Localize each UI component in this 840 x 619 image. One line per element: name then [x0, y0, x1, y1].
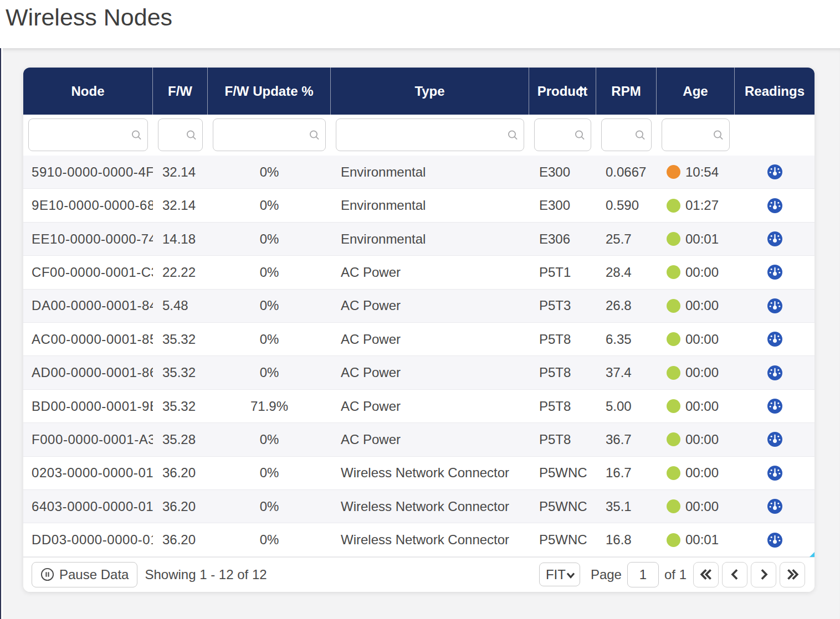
readings-gauge-button[interactable] — [767, 432, 782, 447]
cell-type: Environmental — [331, 189, 529, 221]
cell-fw-update: 0% — [208, 457, 331, 489]
gauge-icon — [767, 466, 782, 481]
pause-data-button[interactable]: Pause Data — [32, 562, 137, 587]
cell-node: AD00-0000-0001-86 — [23, 356, 153, 389]
filter-input-fw[interactable] — [158, 118, 203, 151]
table-row[interactable]: DA00-0000-0001-84 5.48 0% AC Power P5T3 … — [23, 290, 815, 323]
column-header-fw-update-pct[interactable]: F/W Update % — [208, 68, 331, 115]
first-page-icon — [699, 567, 714, 582]
cell-age: 00:00 — [657, 390, 735, 422]
readings-gauge-button[interactable] — [767, 332, 782, 347]
cell-fw: 22.22 — [153, 256, 208, 288]
sort-ascending-icon — [575, 85, 587, 97]
column-header-product[interactable]: Product — [529, 68, 596, 115]
cell-type: AC Power — [331, 290, 529, 322]
page-title: Wireless Nodes — [6, 4, 172, 31]
cell-type: Environmental — [331, 156, 529, 188]
cell-fw: 35.28 — [153, 423, 208, 456]
table-row[interactable]: AC00-0000-0001-85 35.32 0% AC Power P5T8… — [23, 323, 815, 356]
cell-rpm: 26.8 — [596, 290, 657, 322]
table-row[interactable]: CF00-0000-0001-C3 22.22 0% AC Power P5T1… — [23, 256, 815, 289]
column-header-label: Node — [71, 84, 105, 99]
cell-product: P5T3 — [529, 290, 596, 322]
readings-gauge-button[interactable] — [767, 164, 782, 179]
readings-gauge-button[interactable] — [767, 298, 782, 313]
filter-input-rpm[interactable] — [601, 118, 652, 151]
column-header-fw[interactable]: F/W — [153, 68, 208, 115]
cell-fw-update: 0% — [208, 523, 331, 556]
cell-fw-update: 0% — [208, 490, 331, 523]
page-size-select[interactable]: FIT — [539, 563, 580, 586]
table-filter-row — [23, 115, 815, 156]
readings-gauge-button[interactable] — [767, 499, 782, 514]
cell-fw: 35.32 — [153, 390, 208, 422]
column-header-type[interactable]: Type — [331, 68, 529, 115]
table-row[interactable]: F000-0000-0001-A3 35.28 0% AC Power P5T8… — [23, 423, 815, 456]
cell-age: 10:54 — [657, 156, 735, 188]
column-header-rpm[interactable]: RPM — [596, 68, 657, 115]
first-page-button[interactable] — [693, 562, 719, 587]
readings-gauge-button[interactable] — [767, 231, 782, 246]
filter-input-node[interactable] — [28, 118, 148, 151]
readings-gauge-button[interactable] — [767, 265, 782, 280]
table-row[interactable]: 9E10-0000-0000-68 32.14 0% Environmental… — [23, 189, 815, 222]
table-row[interactable]: AD00-0000-0001-86 35.32 0% AC Power P5T8… — [23, 356, 815, 389]
cell-type: AC Power — [331, 390, 529, 422]
cell-fw: 35.32 — [153, 323, 208, 355]
readings-gauge-button[interactable] — [767, 466, 782, 481]
cell-rpm: 5.00 — [596, 390, 657, 422]
cell-fw: 14.18 — [153, 223, 208, 255]
cell-age: 00:00 — [657, 256, 735, 288]
cell-rpm: 37.4 — [596, 356, 657, 389]
cell-node: BD00-0000-0001-9B — [23, 390, 153, 422]
readings-gauge-button[interactable] — [767, 533, 782, 548]
filter-input-age[interactable] — [662, 118, 730, 151]
age-status-dot — [667, 265, 680, 279]
table-row[interactable]: 6403-0000-0000-01 36.20 0% Wireless Netw… — [23, 490, 815, 523]
cell-fw: 36.20 — [153, 523, 208, 556]
column-header-label: Readings — [745, 84, 805, 99]
column-header-readings[interactable]: Readings — [735, 68, 815, 115]
filter-input-product[interactable] — [534, 118, 591, 151]
cell-node: 0203-0000-0000-01 — [23, 457, 153, 489]
cell-age: 00:01 — [657, 523, 735, 556]
cell-node: EE10-0000-0000-74 — [23, 223, 153, 255]
cell-node: F000-0000-0001-A3 — [23, 423, 153, 456]
table-row[interactable]: 5910-0000-0000-4F 32.14 0% Environmental… — [23, 156, 815, 189]
cell-type: Wireless Network Connector — [331, 523, 529, 556]
cell-type: Wireless Network Connector — [331, 457, 529, 489]
cell-age: 00:00 — [657, 290, 735, 322]
filter-input-type[interactable] — [336, 118, 524, 151]
cell-node: DD03-0000-0000-01 — [23, 523, 153, 556]
last-page-button[interactable] — [780, 562, 805, 587]
page-count-text: of 1 — [664, 567, 687, 582]
age-status-dot — [667, 232, 680, 246]
column-header-node[interactable]: Node — [23, 68, 153, 115]
filter-input-fw-update-pct[interactable] — [213, 118, 326, 151]
cell-product: P5WNC — [529, 523, 596, 556]
column-header-age[interactable]: Age — [657, 68, 735, 115]
table-row[interactable]: DD03-0000-0000-01 36.20 0% Wireless Netw… — [23, 523, 815, 556]
table-body: 5910-0000-0000-4F 32.14 0% Environmental… — [23, 156, 815, 557]
cell-rpm: 16.7 — [596, 457, 657, 489]
page-number-input[interactable] — [627, 562, 659, 587]
gauge-icon — [767, 265, 782, 280]
readings-gauge-button[interactable] — [767, 198, 782, 213]
table-resize-handle[interactable] — [810, 552, 815, 557]
cell-fw-update: 71.9% — [208, 390, 331, 422]
readings-gauge-button[interactable] — [767, 365, 782, 380]
age-value: 00:00 — [685, 298, 719, 313]
cell-type: AC Power — [331, 356, 529, 389]
table-row[interactable]: 0203-0000-0000-01 36.20 0% Wireless Netw… — [23, 457, 815, 490]
next-page-button[interactable] — [751, 562, 776, 587]
readings-gauge-button[interactable] — [767, 399, 782, 414]
cell-fw-update: 0% — [208, 223, 331, 255]
cell-node: CF00-0000-0001-C3 — [23, 256, 153, 288]
table-header-row: Node F/W F/W Update % Type Product RPM A… — [23, 68, 815, 115]
table-row[interactable]: BD00-0000-0001-9B 35.32 71.9% AC Power P… — [23, 390, 815, 423]
gauge-icon — [767, 533, 782, 548]
table-row[interactable]: EE10-0000-0000-74 14.18 0% Environmental… — [23, 223, 815, 256]
pause-data-label: Pause Data — [59, 567, 129, 582]
cell-rpm: 35.1 — [596, 490, 657, 523]
previous-page-button[interactable] — [722, 562, 747, 587]
